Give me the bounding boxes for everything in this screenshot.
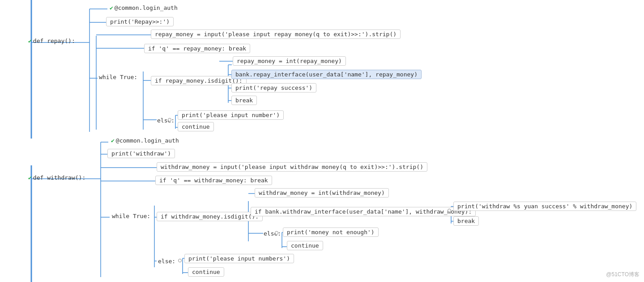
withdraw-money-input-node: withdraw_money = input('please input wit… [157, 162, 427, 172]
repay-check-icon: ✔ [28, 38, 32, 44]
if-q-repay-node: if 'q' == repay_money: break [144, 44, 250, 53]
if-bank-withdraw-circle [448, 209, 451, 212]
while-true-withdraw-node: while True: [109, 212, 153, 220]
withdraw-check-icon: ✔ [28, 174, 32, 181]
repay-money-input-node: repay_money = input('please input repay … [151, 29, 401, 39]
else-withdraw-inner-label: else: [264, 230, 281, 237]
else-withdraw-inner-circle [275, 231, 278, 235]
decorator2-label: @common.login_auth [116, 137, 179, 144]
continue-withdraw-inner-node: continue [287, 241, 323, 250]
withdraw-money-int-label: withdraw_money = int(withdraw_money) [259, 189, 385, 196]
continue-repay-node: continue [178, 122, 214, 131]
break-withdraw-node: break [453, 216, 479, 226]
withdraw-def-node: ✔def withdraw(): [25, 173, 89, 182]
print-withdraw-success-node: print('withdraw %s yuan success' % withd… [453, 202, 636, 211]
else-withdraw-outer-node: else: [155, 257, 178, 265]
watermark-text: @51CTO博客 [606, 271, 640, 278]
if-bank-withdraw-label: if bank.withdraw_interface(user_data['na… [255, 208, 472, 215]
else-withdraw-inner-node: else: [261, 229, 284, 238]
continue-withdraw-outer-node: continue [188, 267, 224, 277]
print-repay-success-label: print('repay success') [235, 84, 312, 91]
withdraw-money-input-label: withdraw_money = input('please input wit… [161, 164, 423, 170]
repay-def-label: def repay(): [33, 38, 75, 44]
else-withdraw-outer-circle [178, 259, 182, 262]
if-q-withdraw-label: if 'q' == withdraw_money: break [159, 177, 268, 184]
watermark: @51CTO博客 [606, 271, 640, 278]
print-money-not-enough-node: print('money not enough') [283, 227, 379, 237]
print-withdraw-success-label: print('withdraw %s yuan success' % withd… [457, 203, 632, 210]
decorator1-node: ✔@common.login_auth [106, 4, 181, 12]
while-true-repay-node: while True: [96, 73, 140, 81]
else-withdraw-outer-label: else: [158, 258, 175, 265]
break-repay-node: break [231, 96, 257, 105]
print-repay-success-node: print('repay success') [231, 83, 316, 93]
repay-def-node: ✔def repay(): [25, 37, 79, 45]
continue-repay-label: continue [182, 123, 210, 130]
bank-repay-label: bank.repay_interface(user_data['name'], … [235, 71, 418, 78]
print-repay-node: print('Repay>>:') [106, 17, 174, 26]
print-withdraw-label: print('withdraw') [111, 150, 171, 157]
print-input-number-label: print('please input number') [182, 112, 280, 118]
withdraw-def-label: def withdraw(): [33, 174, 85, 181]
print-withdraw-node: print('withdraw') [107, 149, 175, 158]
while-true-repay-label: while True: [99, 74, 137, 80]
else-repay-circle [168, 118, 171, 122]
if-isdigit-withdraw-label: if withdraw_money.isdigit(): [161, 213, 259, 220]
print-input-number-node: print('please input number') [178, 110, 284, 120]
else-repay-label: else: [157, 117, 175, 124]
decorator1-label: @common.login_auth [115, 4, 178, 11]
if-bank-withdraw-node: if bank.withdraw_interface(user_data['na… [251, 207, 476, 216]
continue-withdraw-outer-label: continue [192, 269, 220, 275]
print-money-not-enough-label: print('money not enough') [287, 229, 375, 236]
print-input-numbers-label: print('please input numbers') [188, 255, 290, 262]
decorator2-node: ✔@common.login_auth [107, 136, 183, 145]
if-isdigit-repay-label: if repay_money.isdigit(): [155, 77, 243, 84]
while-true-withdraw-label: while True: [112, 213, 150, 219]
if-isdigit-withdraw-node: if withdraw_money.isdigit(): [157, 212, 263, 221]
decorator1-check-icon: ✔ [110, 4, 113, 11]
print-repay-label: print('Repay>>:') [110, 18, 170, 25]
repay-money-int-label: repay_money = int(repay_money) [237, 58, 342, 64]
print-input-numbers-node: print('please input numbers') [184, 254, 294, 263]
withdraw-money-int-node: withdraw_money = int(withdraw_money) [255, 188, 389, 198]
if-q-withdraw-node: if 'q' == withdraw_money: break [155, 176, 272, 185]
decorator2-check-icon: ✔ [111, 137, 115, 144]
diagram-container: ✔def repay(): ✔@common.login_auth print(… [0, 0, 644, 282]
bank-repay-node: bank.repay_interface(user_data['name'], … [231, 70, 422, 79]
continue-withdraw-inner-label: continue [291, 242, 319, 249]
else-repay-node: else: [154, 116, 177, 125]
connection-lines [0, 0, 644, 282]
break-repay-label: break [235, 97, 253, 104]
break-withdraw-label: break [457, 218, 475, 224]
repay-money-input-label: repay_money = input('please input repay … [155, 31, 397, 38]
if-q-repay-label: if 'q' == repay_money: break [148, 45, 246, 52]
repay-money-int-node: repay_money = int(repay_money) [233, 56, 346, 66]
